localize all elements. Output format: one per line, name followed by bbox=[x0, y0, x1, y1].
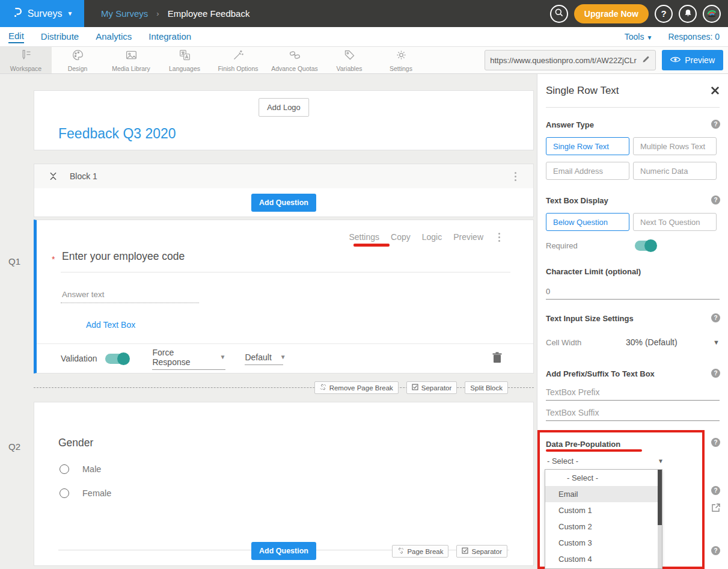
answer-type-numeric[interactable]: Numeric Data bbox=[633, 162, 717, 180]
required-asterisk: * bbox=[52, 254, 55, 264]
dropdown-option-custom3[interactable]: Custom 3 bbox=[545, 535, 662, 551]
q2-option-female[interactable]: Female bbox=[60, 488, 111, 498]
radio-icon[interactable] bbox=[60, 464, 69, 474]
survey-title[interactable]: Feedback Q3 2020 bbox=[58, 126, 176, 142]
force-response-dropdown[interactable]: Force Response▼ bbox=[152, 348, 225, 370]
q1-tab-settings[interactable]: Settings bbox=[349, 232, 379, 242]
remove-page-break-button[interactable]: Remove Page Break bbox=[314, 381, 399, 394]
q2-option-male[interactable]: Male bbox=[60, 464, 101, 474]
validation-default-dropdown[interactable]: Default▼ bbox=[245, 352, 283, 365]
breadcrumb-separator: › bbox=[156, 9, 159, 18]
upgrade-now-button[interactable]: Upgrade Now bbox=[574, 4, 649, 23]
dropdown-option-email[interactable]: Email bbox=[545, 486, 662, 502]
radio-icon[interactable] bbox=[60, 488, 69, 498]
block-menu-kebab-icon[interactable] bbox=[515, 172, 516, 181]
help-icon[interactable]: ? bbox=[711, 438, 720, 447]
panel-divider bbox=[546, 107, 720, 108]
validation-toggle[interactable] bbox=[105, 354, 129, 364]
chevron-down-icon[interactable]: ▼ bbox=[713, 339, 720, 346]
required-toggle[interactable] bbox=[635, 241, 656, 251]
toolbar-item-advance-quotas[interactable]: Advance Quotas bbox=[266, 47, 323, 73]
help-icon[interactable]: ? bbox=[711, 369, 720, 378]
q1-question-rule bbox=[61, 272, 510, 272]
answer-type-single-row[interactable]: Single Row Text bbox=[546, 137, 629, 155]
help-icon[interactable]: ? bbox=[711, 313, 720, 322]
add-text-box-link[interactable]: Add Text Box bbox=[86, 320, 135, 330]
notifications-button[interactable] bbox=[679, 5, 697, 23]
display-below-question[interactable]: Below Question bbox=[546, 213, 629, 231]
separator-button[interactable]: Separator bbox=[456, 545, 507, 558]
breadcrumb: My Surveys › Employee Feedback bbox=[101, 8, 249, 19]
answer-type-email[interactable]: Email Address bbox=[546, 162, 629, 180]
delete-question-icon[interactable] bbox=[492, 352, 502, 365]
tab-integration[interactable]: Integration bbox=[148, 31, 191, 43]
breadcrumb-my-surveys[interactable]: My Surveys bbox=[101, 8, 148, 19]
toolbar-item-design[interactable]: Design bbox=[52, 47, 103, 73]
chain-links-icon bbox=[289, 49, 301, 64]
dropdown-option-custom1[interactable]: Custom 1 bbox=[545, 502, 662, 518]
toolbar-item-finish-options[interactable]: Finish Options bbox=[210, 47, 266, 73]
tab-distribute[interactable]: Distribute bbox=[41, 31, 79, 43]
dropdown-option-select[interactable]: - Select - bbox=[545, 470, 662, 486]
page-break-button[interactable]: Page Break bbox=[392, 545, 448, 558]
collapse-block-icon[interactable] bbox=[50, 172, 57, 180]
survey-url-input[interactable] bbox=[490, 56, 638, 65]
q1-tab-copy[interactable]: Copy bbox=[391, 232, 411, 242]
data-prepopulation-select[interactable]: - Select - ▼ bbox=[547, 457, 664, 466]
toolbar-item-workspace[interactable]: Workspace bbox=[0, 47, 52, 73]
add-logo-button[interactable]: Add Logo bbox=[258, 98, 309, 117]
toolbar-item-settings[interactable]: Settings bbox=[375, 47, 427, 73]
toolbar-item-variables[interactable]: Variables bbox=[323, 47, 375, 73]
dropdown-scrollbar[interactable] bbox=[658, 470, 662, 568]
broken-link-icon bbox=[397, 547, 404, 555]
product-name: Surveys bbox=[28, 8, 63, 19]
character-limit-input[interactable] bbox=[546, 286, 720, 300]
help-icon[interactable]: ? bbox=[711, 120, 720, 129]
cell-width-value[interactable]: 30% (Default) bbox=[626, 337, 678, 347]
separator-button[interactable]: Separator bbox=[406, 381, 457, 394]
toolbar-item-languages[interactable]: Languages bbox=[159, 47, 210, 73]
add-question-button-bottom[interactable]: Add Question bbox=[251, 542, 316, 560]
character-limit-label: Character Limit (optional) bbox=[546, 267, 641, 276]
toolbar-item-media-library[interactable]: Media Library bbox=[103, 47, 159, 73]
product-switcher[interactable]: Surveys ▼ bbox=[0, 0, 84, 27]
help-button[interactable]: ? bbox=[655, 5, 673, 23]
display-next-to-question[interactable]: Next To Question bbox=[633, 213, 717, 231]
help-icon[interactable]: ? bbox=[711, 195, 720, 205]
textbox-suffix-input[interactable] bbox=[546, 407, 720, 421]
q1-tab-logic[interactable]: Logic bbox=[422, 232, 442, 242]
question-card-q1: Settings Copy Logic Preview * Enter your… bbox=[34, 220, 534, 374]
survey-url-field[interactable] bbox=[485, 50, 656, 70]
user-avatar[interactable] bbox=[703, 5, 721, 23]
tools-menu[interactable]: Tools▼ bbox=[625, 32, 653, 42]
external-link-icon[interactable] bbox=[711, 503, 721, 515]
preview-button[interactable]: Preview bbox=[662, 50, 723, 70]
help-icon[interactable]: ? bbox=[711, 486, 720, 495]
dropdown-option-custom2[interactable]: Custom 2 bbox=[545, 518, 662, 535]
textbox-prefix-input[interactable] bbox=[546, 387, 720, 401]
survey-nav-bar: Edit Distribute Analytics Integration To… bbox=[0, 27, 728, 47]
q1-answer-placeholder[interactable]: Answer text bbox=[62, 290, 105, 299]
split-block-button[interactable]: Split Block bbox=[465, 381, 508, 394]
tab-analytics[interactable]: Analytics bbox=[96, 31, 132, 43]
close-icon[interactable] bbox=[711, 86, 720, 97]
dropdown-option-custom4[interactable]: Custom 4 bbox=[545, 551, 662, 567]
responses-count[interactable]: Responses: 0 bbox=[668, 32, 720, 42]
edit-pencil-icon[interactable] bbox=[641, 55, 650, 66]
data-prepopulation-label: Data Pre-Population bbox=[546, 440, 620, 449]
answer-type-multiple-rows[interactable]: Multiple Rows Text bbox=[633, 137, 717, 155]
q1-menu-kebab-icon[interactable] bbox=[498, 233, 500, 242]
block-name[interactable]: Block 1 bbox=[70, 171, 97, 181]
q1-tab-preview[interactable]: Preview bbox=[453, 232, 483, 242]
search-button[interactable] bbox=[550, 5, 568, 23]
dropdown-scrollbar-thumb[interactable] bbox=[658, 470, 662, 525]
tab-edit[interactable]: Edit bbox=[8, 31, 24, 43]
q1-question-text[interactable]: Enter your employee code bbox=[62, 250, 185, 263]
avatar-image bbox=[705, 6, 718, 21]
add-question-button-top[interactable]: Add Question bbox=[251, 194, 316, 212]
chevron-down-icon: ▼ bbox=[220, 354, 226, 360]
help-icon[interactable]: ? bbox=[711, 546, 720, 555]
question-card-q2: Gender Male Female Add Question Page Bre… bbox=[34, 402, 534, 566]
q2-question-text[interactable]: Gender bbox=[58, 437, 93, 449]
translate-icon bbox=[179, 49, 191, 64]
